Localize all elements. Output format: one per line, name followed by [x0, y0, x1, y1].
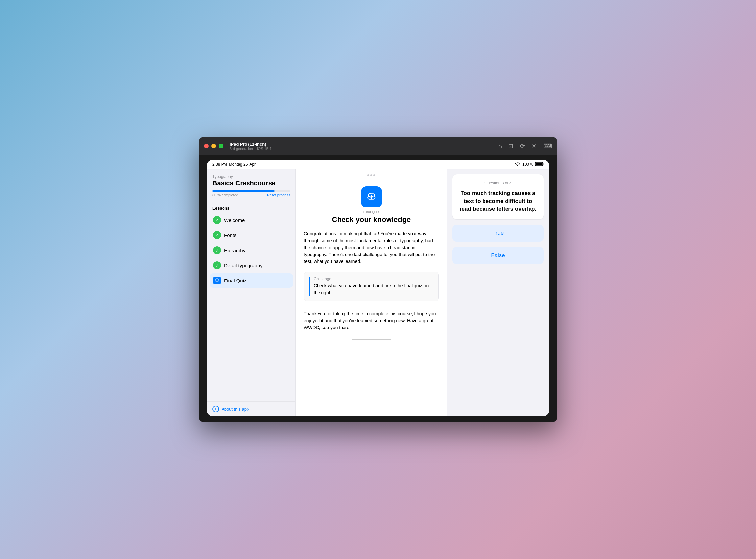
ipad-screen: 2:38 PM Montag 25. Apr. 100 % — [207, 160, 549, 416]
check-icon-fonts: ✓ — [213, 231, 221, 239]
question-text: Too much tracking causes a text to becom… — [458, 189, 539, 213]
lesson-name-hierarchy: Hierarchy — [224, 248, 245, 253]
simulator-title: iPad Pro (11-inch) 3rd generation – iOS … — [230, 142, 496, 151]
lesson-item-fonts[interactable]: ✓ Fonts — [210, 228, 293, 242]
question-card: Question 3 of 3 Too much tracking causes… — [452, 174, 544, 219]
challenge-inner: Challenge Check what you have learned an… — [314, 276, 434, 296]
progress-bar-container — [212, 191, 290, 192]
battery-icon — [535, 162, 544, 167]
lesson-icon-welcome: ✓ — [213, 216, 221, 224]
check-icon-welcome: ✓ — [213, 216, 221, 224]
check-icon-hierarchy: ✓ — [213, 246, 221, 254]
challenge-box: Challenge Check what you have learned an… — [304, 272, 439, 301]
course-title: Basics Crashcourse — [212, 180, 290, 187]
progress-info: 80 % completed Reset progess — [212, 193, 290, 197]
lesson-item-hierarchy[interactable]: ✓ Hierarchy — [210, 243, 293, 258]
quiz-description: Congratulations for making it that far! … — [304, 230, 439, 265]
status-bar-right: 100 % — [515, 162, 544, 167]
about-label: About this app — [222, 407, 249, 412]
device-subtitle: 3rd generation – iOS 15.4 — [230, 147, 496, 151]
info-icon: i — [212, 406, 219, 412]
lesson-icon-quiz — [213, 276, 221, 285]
course-label: Typography — [212, 174, 290, 179]
lesson-item-welcome[interactable]: ✓ Welcome — [210, 213, 293, 227]
course-section: Typography Basics Crashcourse 80 % compl… — [207, 174, 296, 201]
screenshot-icon[interactable]: ⊡ — [508, 142, 513, 150]
more-options[interactable] — [367, 174, 375, 176]
minimize-button[interactable] — [211, 144, 216, 148]
close-button[interactable] — [204, 144, 209, 148]
rotate-icon[interactable]: ⟳ — [520, 142, 525, 150]
brightness-icon[interactable]: ☀ — [531, 142, 537, 150]
status-time: 2:38 PM — [212, 162, 227, 167]
progress-bar-fill — [212, 191, 275, 192]
lesson-item-detail[interactable]: ✓ Detail typography — [210, 258, 293, 273]
answer-true-button[interactable]: True — [452, 225, 544, 242]
lesson-icon-detail: ✓ — [213, 262, 221, 269]
home-bar — [352, 339, 391, 340]
status-bar: 2:38 PM Montag 25. Apr. 100 % — [207, 160, 549, 169]
challenge-text: Check what you have learned and finish t… — [314, 283, 434, 296]
status-date: Montag 25. Apr. — [229, 162, 257, 167]
home-indicator — [296, 336, 447, 343]
middle-panel: Final Quiz Check your knowledge Congratu… — [296, 169, 447, 416]
quiz-section-label: Final Quiz — [363, 210, 380, 214]
simulator-window: iPad Pro (11-inch) 3rd generation – iOS … — [199, 137, 557, 422]
status-bar-left: 2:38 PM Montag 25. Apr. — [212, 162, 257, 167]
lesson-name-detail: Detail typography — [224, 263, 262, 268]
question-counter: Question 3 of 3 — [458, 181, 539, 185]
app-content: Typography Basics Crashcourse 80 % compl… — [207, 169, 549, 416]
brain-icon-small — [213, 276, 221, 285]
lesson-item-quiz[interactable]: Final Quiz — [210, 273, 293, 288]
lesson-icon-fonts: ✓ — [213, 231, 221, 239]
right-panel: Question 3 of 3 Too much tracking causes… — [447, 169, 549, 416]
lesson-icon-hierarchy: ✓ — [213, 246, 221, 254]
wifi-icon — [515, 162, 520, 167]
middle-header — [296, 169, 447, 181]
check-icon-detail: ✓ — [213, 262, 221, 269]
quiz-icon-container — [361, 186, 382, 207]
simulator-titlebar: iPad Pro (11-inch) 3rd generation – iOS … — [199, 137, 557, 155]
battery-text: 100 % — [522, 162, 533, 167]
lesson-name-welcome: Welcome — [224, 217, 245, 223]
lesson-name-quiz: Final Quiz — [224, 278, 247, 284]
quiz-title: Check your knowledge — [332, 216, 411, 224]
reset-button[interactable]: Reset progess — [267, 193, 290, 197]
ipad-device: 2:38 PM Montag 25. Apr. 100 % — [199, 155, 557, 422]
about-app-button[interactable]: i About this app — [207, 402, 296, 416]
thank-you-text: Thank you for taking the time to complet… — [304, 310, 439, 331]
home-icon[interactable]: ⌂ — [498, 143, 502, 150]
simulator-toolbar: ⌂ ⊡ ⟳ ☀ ⌨ — [498, 142, 552, 150]
answer-false-button[interactable]: False — [452, 247, 544, 264]
challenge-label: Challenge — [314, 276, 434, 281]
progress-text: 80 % completed — [212, 193, 238, 197]
svg-rect-1 — [543, 163, 544, 165]
keyboard-icon[interactable]: ⌨ — [543, 142, 552, 150]
lessons-label: Lessons — [207, 201, 296, 213]
lesson-list: ✓ Welcome ✓ Fonts ✓ — [207, 213, 296, 402]
middle-content: Final Quiz Check your knowledge Congratu… — [296, 181, 447, 336]
svg-rect-2 — [536, 163, 542, 165]
maximize-button[interactable] — [219, 144, 223, 148]
lesson-name-fonts: Fonts — [224, 232, 237, 238]
device-name: iPad Pro (11-inch) — [230, 142, 496, 147]
challenge-bar-accent — [308, 276, 310, 296]
sidebar: Typography Basics Crashcourse 80 % compl… — [207, 169, 296, 416]
